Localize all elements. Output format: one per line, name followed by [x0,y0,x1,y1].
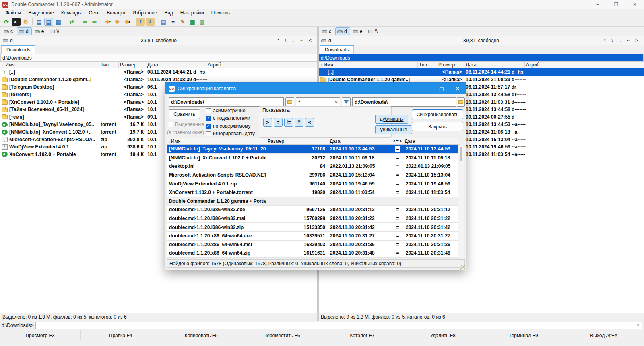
left-col-1[interactable]: Тип [99,62,119,68]
left-path-bar[interactable]: d:\Downloads [0,54,317,62]
sync-file-row[interactable]: doublecmd-1.1.20.x86_64-win64.zip1619163… [167,249,459,258]
archive-extract-icon[interactable]: ⬇ [146,18,155,26]
fkey-button-f9[interactable]: Терминал F9 [483,330,564,340]
dialog-col-size[interactable]: Размер [266,138,328,144]
checkbox-icon[interactable]: ✓ [206,124,211,129]
right-tab-downloads[interactable]: Downloads [320,45,354,54]
dialog-col-date-right[interactable]: Дата [403,138,459,144]
left-drive-e[interactable]: e [33,27,47,35]
scrollbar-thumb[interactable] [460,147,462,161]
sync-file-row[interactable]: [NNMClub.to]_XnConvert 1.102.0 + Portabl… [167,154,459,163]
filter-edit-button[interactable] [342,97,351,107]
browse-right-button[interactable] [457,97,465,107]
checkbox-с-подкаталогами[interactable]: ✓с подкаталогами [206,115,250,121]
right-nav-~[interactable]: ~ [627,38,630,43]
sync-file-row[interactable]: doublecmd-1.1.20.x86_64-win64.msi1682940… [167,241,459,249]
right-drive-e[interactable]: e [351,27,366,35]
sync-file-row[interactable]: XnConvert 1.102.0 + Portable.torrent1982… [167,188,459,197]
fkey-button-f6[interactable]: Переместить F6 [241,330,322,340]
compare-button[interactable]: Сравнить [169,109,200,119]
dialog-col-name[interactable]: ↓Имя [167,138,266,144]
right-drive-c[interactable]: c [320,27,334,35]
fkey-button-f8[interactable]: Удалить F8 [402,330,483,340]
view-thumbs-icon[interactable]: ▦ [54,18,63,26]
pack-remove-icon[interactable]: ❖− [113,18,122,26]
close-button[interactable]: ✕ [625,0,644,9]
fkey-button-f5[interactable]: Копировать F5 [161,330,241,340]
dialog-close-button[interactable]: ✕ [450,83,466,94]
right-nav-..[interactable]: .. [618,38,621,43]
checkbox-по-содержимому[interactable]: ✓по содержимому [206,123,250,129]
edit-icon[interactable]: ✎ [178,18,187,26]
left-drive-c[interactable]: c [2,27,16,35]
menu-помощь[interactable]: Помощь [208,9,233,16]
menu-вкладки[interactable]: Вкладки [103,9,128,16]
checkbox-игнорировать-дату[interactable]: игнорировать дату [206,131,255,136]
dialog-minimize-button[interactable]: – [417,83,433,94]
dialog-titlebar[interactable]: DC Синхронизация каталогов – ▢ ✕ [165,83,466,94]
left-tab-downloads[interactable]: Downloads [1,45,35,54]
sync-file-row[interactable]: Microsoft-Activation-Scripts-RSLOAD.NET-… [167,171,459,180]
left-nav-*[interactable]: * [277,38,279,43]
right-nav-*[interactable]: * [604,38,606,43]
fkey-button-f7[interactable]: Каталог F7 [322,330,402,340]
op-toggle-4[interactable]: < [305,118,314,127]
archive-pack-icon[interactable]: ⬆ [136,18,145,26]
uniques-toggle[interactable]: уникальные [375,125,412,134]
right-col-0[interactable]: ↑ Имя [319,62,418,68]
menu-выделение[interactable]: Выделение [25,9,57,16]
menu-настройки[interactable]: Настройки [177,9,207,16]
sync-file-row[interactable]: desktop.ini842022.01.13 21:09:05=2022.01… [167,162,459,171]
op-toggle-2[interactable]: != [284,118,293,127]
dialog-scrollbar[interactable] [458,145,464,258]
menu-файлы[interactable]: Файлы [2,9,24,16]
right-path-bar[interactable]: d:\Downloads [319,54,644,62]
sync-file-row[interactable]: [NNMClub.to]_Taynyi Vselennoy_05-11_2024… [167,145,459,154]
go-back-icon[interactable]: ⇦ [80,18,89,26]
right-nav->[interactable]: > [635,38,638,43]
menu-вид[interactable]: Вид [161,9,176,16]
swap-panels-icon[interactable]: ⇄ [67,18,76,26]
checkbox-icon[interactable] [206,108,211,113]
sync-file-row[interactable]: doublecmd-1.1.20.i386-win32.zip151333502… [167,223,459,232]
right-col-1[interactable]: Тип [418,62,437,68]
left-col-3[interactable]: Дата [146,62,206,68]
menu-команды[interactable]: Команды [58,9,85,16]
menu-избранное[interactable]: Избранное [129,9,160,16]
synchronize-button[interactable]: Синхронизировать [412,109,463,119]
pack-add-icon[interactable]: ❖+ [103,18,112,26]
right-drive-d[interactable]: d [335,27,350,35]
checkbox-icon[interactable] [168,122,173,127]
go-forward-icon[interactable]: ⇨ [90,18,99,26]
pack-menu-icon[interactable]: ❖◂ [123,18,132,26]
left-col-4[interactable]: Атриб [206,62,317,68]
sync-dirs-icon[interactable]: ▣ [188,18,197,26]
left-nav-root[interactable]: \ [285,38,286,43]
right-nav-root[interactable]: \ [611,38,613,43]
right-col-2[interactable]: Размер [437,62,464,68]
file-row[interactable]: ↑[..]<Папка>08.11.2024 14:44:21 d--hs--- [319,68,644,76]
selected-only-checkbox[interactable]: Выделенные [168,122,204,127]
file-row[interactable]: ↑[..]<Папка>08.11.2024 14:44:21 d--hs--- [0,68,317,76]
terminal-icon[interactable]: >_ [12,18,21,26]
sync-file-row[interactable]: doublecmd-1.1.20.i386-win32.msi157602982… [167,214,459,223]
search-icon[interactable]: ●● [169,18,178,26]
op-toggle-0[interactable]: > [263,118,272,127]
right-col-4[interactable]: Атриб [525,62,644,68]
left-nav-~[interactable]: ~ [300,38,303,43]
sync-file-row[interactable]: doublecmd-1.1.20.x86_64-win64.exe1033957… [167,232,459,241]
checkbox-icon[interactable] [206,131,211,136]
right-col-3[interactable]: Дата [464,62,525,68]
fkey-button-f3[interactable]: Просмотр F3 [0,330,80,340]
sync-file-row[interactable]: doublecmd-1.1.20.i386-win32.exe969712520… [167,206,459,214]
left-drive-d[interactable]: d [17,27,32,35]
left-nav-<[interactable]: < [309,38,312,43]
checkbox-icon[interactable]: ✓ [206,116,211,121]
multi-rename-icon[interactable]: ▤ [159,18,168,26]
group-header-row[interactable]: Double Commander 1.1.20 gamma + Portabl [167,197,459,206]
browse-left-button[interactable] [285,97,294,107]
left-drive-netnet[interactable]: \\ [48,27,62,35]
menu-сеть[interactable]: Сеть [86,9,103,16]
dialog-maximize-button[interactable]: ▢ [433,83,450,94]
sync-file-row[interactable]: WinDjView Extended 4.0.1.zip9611402024.1… [167,179,459,188]
